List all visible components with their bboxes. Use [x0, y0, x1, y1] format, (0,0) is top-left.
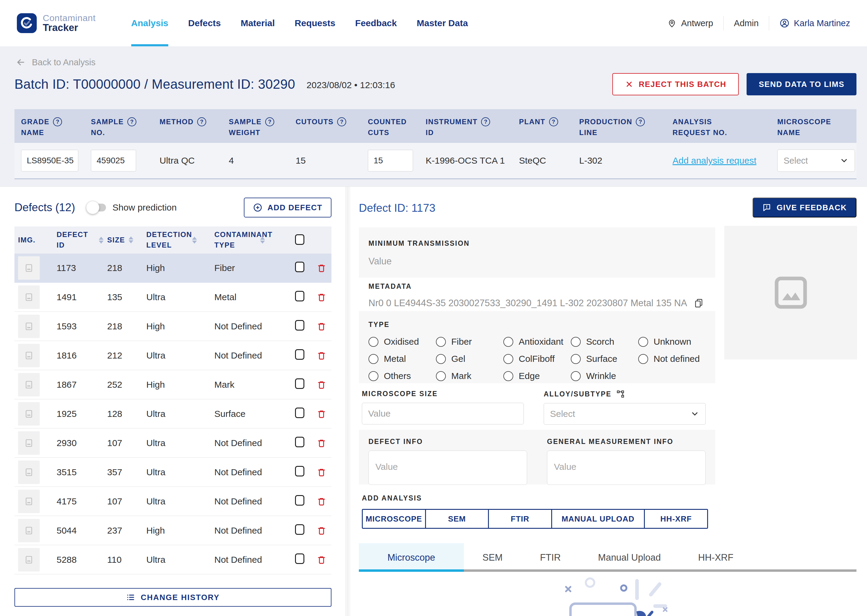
defect-thumbnail[interactable] — [18, 286, 40, 309]
add-analysis-sem[interactable]: SEM — [425, 510, 488, 528]
type-radio-colfiboff[interactable]: ColFiboff — [503, 354, 571, 364]
user-menu[interactable]: Karla Martinez — [779, 18, 850, 28]
trash-icon[interactable] — [317, 380, 331, 390]
defect-thumbnail[interactable] — [18, 256, 40, 280]
sort-arrows-icon[interactable] — [129, 236, 133, 244]
trash-icon[interactable] — [317, 526, 331, 535]
add-analysis-ftir[interactable]: FTIR — [488, 510, 551, 528]
tab-manual-upload[interactable]: Manual Upload — [580, 543, 680, 572]
defect-row[interactable]: 1867 252 High Mark — [14, 370, 331, 399]
row-checkbox[interactable] — [295, 407, 304, 418]
defect-thumbnail[interactable] — [18, 490, 40, 513]
help-icon[interactable]: ? — [549, 117, 558, 126]
show-prediction-toggle[interactable] — [88, 204, 106, 211]
defect-thumbnail[interactable] — [18, 373, 40, 396]
nav-item-analysis[interactable]: Analysis — [131, 0, 168, 46]
type-radio-metal[interactable]: Metal — [369, 354, 436, 364]
reject-batch-button[interactable]: REJECT THIS BATCH — [612, 73, 739, 95]
app-logo[interactable] — [17, 13, 37, 33]
microscope-name-select[interactable]: Select — [777, 149, 855, 172]
defect-row[interactable]: 1173 218 High Fiber — [14, 253, 331, 283]
type-radio-unknown[interactable]: Unknown — [638, 336, 706, 347]
row-checkbox[interactable] — [295, 553, 304, 564]
trash-icon[interactable] — [317, 438, 331, 448]
nav-item-master-data[interactable]: Master Data — [417, 0, 468, 46]
trash-icon[interactable] — [317, 409, 331, 419]
defect-thumbnail[interactable] — [18, 344, 40, 367]
type-radio-wrinkle[interactable]: Wrinkle — [571, 371, 638, 381]
sort-arrows-icon[interactable] — [99, 237, 104, 244]
defect-row[interactable]: 1593 218 High Not Defined — [14, 312, 331, 341]
help-icon[interactable]: ? — [636, 117, 645, 126]
back-link[interactable]: Back to Analysis — [16, 57, 95, 68]
trash-icon[interactable] — [317, 467, 331, 477]
send-to-lims-button[interactable]: SEND DATA TO LIMS — [747, 73, 856, 95]
type-radio-not-defined[interactable]: Not defined — [638, 354, 706, 364]
trash-icon[interactable] — [317, 322, 331, 331]
type-radio-fiber[interactable]: Fiber — [436, 336, 503, 347]
type-radio-mark[interactable]: Mark — [436, 371, 503, 381]
nav-item-feedback[interactable]: Feedback — [355, 0, 397, 46]
change-history-button[interactable]: CHANGE HISTORY — [14, 588, 331, 607]
select-all-checkbox[interactable] — [295, 234, 304, 245]
defect-thumbnail[interactable] — [18, 431, 40, 455]
defects-column-header[interactable]: SIZE — [104, 235, 143, 245]
defect-thumbnail[interactable] — [18, 314, 40, 338]
batch-input[interactable]: LS8950E-35 — [21, 150, 78, 171]
location-selector[interactable]: Antwerp — [667, 18, 713, 28]
row-checkbox[interactable] — [295, 262, 304, 272]
help-icon[interactable]: ? — [127, 117, 136, 126]
defect-row[interactable]: 1816 212 Ultra Not Defined — [14, 341, 331, 370]
trash-icon[interactable] — [317, 263, 331, 273]
trash-icon[interactable] — [317, 497, 331, 506]
defect-row[interactable]: 4175 107 Ultra Not Defined — [14, 487, 331, 516]
add-defect-button[interactable]: ADD DEFECT — [244, 198, 331, 217]
alloy-subtype-select[interactable]: Select — [544, 403, 706, 425]
row-checkbox[interactable] — [295, 524, 304, 535]
help-icon[interactable]: ? — [337, 117, 346, 126]
admin-menu[interactable]: Admin — [734, 18, 758, 28]
defect-row[interactable]: 5288 110 Ultra Not Defined — [14, 545, 331, 575]
defect-thumbnail[interactable] — [18, 519, 40, 542]
tab-hh-xrf[interactable]: HH-XRF — [679, 543, 752, 572]
defect-info-textarea[interactable]: Value — [369, 451, 527, 485]
type-radio-oxidised[interactable]: Oxidised — [369, 336, 436, 347]
defect-thumbnail[interactable] — [18, 402, 40, 426]
general-measurement-info-textarea[interactable]: Value — [547, 451, 706, 485]
defect-thumbnail[interactable] — [18, 548, 40, 572]
add-analysis-manual-upload[interactable]: MANUAL UPLOAD — [551, 510, 644, 528]
help-icon[interactable]: ? — [197, 117, 206, 126]
nav-item-defects[interactable]: Defects — [188, 0, 221, 46]
microscope-size-input[interactable]: Value — [362, 403, 524, 424]
defect-row[interactable]: 3515 357 Ultra Not Defined — [14, 458, 331, 487]
row-checkbox[interactable] — [295, 495, 304, 506]
defects-column-header[interactable]: CONTAMINANT TYPE — [211, 229, 292, 251]
trash-icon[interactable] — [317, 555, 331, 564]
nav-item-material[interactable]: Material — [241, 0, 274, 46]
trash-icon[interactable] — [317, 351, 331, 360]
row-checkbox[interactable] — [295, 379, 304, 389]
row-checkbox[interactable] — [295, 291, 304, 302]
defects-column-header[interactable]: DETECTION LEVEL — [143, 229, 211, 251]
tab-ftir[interactable]: FTIR — [522, 543, 580, 572]
type-radio-others[interactable]: Others — [369, 371, 436, 381]
help-icon[interactable]: ? — [481, 117, 490, 126]
row-checkbox[interactable] — [295, 466, 304, 476]
give-feedback-button[interactable]: GIVE FEEDBACK — [753, 198, 856, 217]
help-icon[interactable]: ? — [265, 117, 274, 126]
defects-column-header[interactable]: DEFECT ID — [53, 229, 104, 251]
type-radio-gel[interactable]: Gel — [436, 354, 503, 364]
add-analysis-hh-xrf[interactable]: HH-XRF — [644, 510, 707, 528]
defect-thumbnail[interactable] — [18, 460, 40, 484]
sort-arrows-icon[interactable] — [260, 237, 265, 244]
type-radio-scorch[interactable]: Scorch — [571, 336, 638, 347]
copy-icon[interactable] — [694, 298, 704, 308]
defect-row[interactable]: 2930 107 Ultra Not Defined — [14, 429, 331, 458]
add-analysis-microscope[interactable]: MICROSCOPE — [363, 510, 425, 528]
type-radio-antioxidant[interactable]: Antioxidant — [503, 336, 571, 347]
batch-input[interactable]: 15 — [368, 150, 413, 171]
defect-row[interactable]: 5044 237 High Not Defined — [14, 516, 331, 545]
nav-item-requests[interactable]: Requests — [295, 0, 335, 46]
row-checkbox[interactable] — [295, 437, 304, 447]
type-radio-surface[interactable]: Surface — [571, 354, 638, 364]
